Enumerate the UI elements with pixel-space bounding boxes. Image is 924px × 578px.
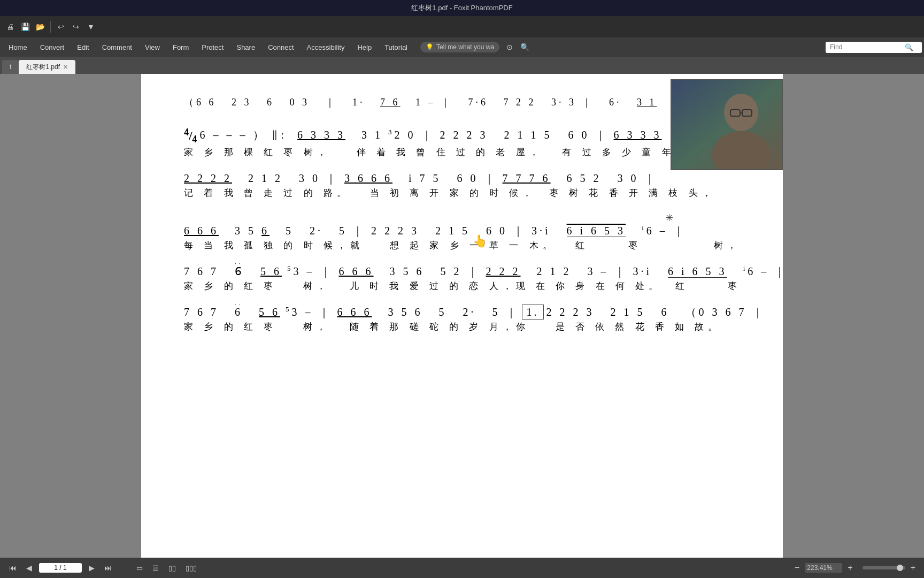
section-5: 7 6 7 6·· 5 6 53 – ｜ 6 6 6 3 5 6 5 2· 5 … [184, 305, 740, 333]
menu-tutorial[interactable]: Tutorial [378, 41, 414, 54]
zoom-control: − + + [792, 562, 918, 574]
zoom-in-btn[interactable]: + [845, 562, 854, 574]
titlebar: 红枣树1.pdf - Foxit PhantomPDF [0, 0, 924, 16]
tell-me-text: Tell me what you wa [436, 43, 494, 51]
toolbar-sep-1 [50, 21, 51, 33]
menubar: Home Convert Edit Comment View Form Prot… [0, 37, 924, 57]
save-icon[interactable]: 💾 [19, 21, 31, 33]
title-text: 红枣树1.pdf - Foxit PhantomPDF [411, 3, 512, 13]
notation-line-3: 6 6 6 3 5 6 5 2· 5 ｜ 2 2 2 3 2 1 5 6 0 ｜… [184, 224, 740, 238]
menu-form[interactable]: Form [166, 41, 195, 54]
next-page-btn[interactable]: ▶ [86, 562, 97, 574]
search-notif-icon[interactable]: 🔍 [519, 41, 530, 53]
notation-top-line: （6 6 2 3 6 0 3 ｜ 1· 7 6 1 – ｜ 7·6 7 2 2 … [184, 95, 740, 116]
menu-accessibility[interactable]: Accessibility [301, 41, 351, 54]
toolbar: 🖨 💾 📂 ↩ ↪ ▼ [0, 16, 924, 37]
spread-btn[interactable]: ▯▯▯ [183, 562, 199, 574]
two-page-btn[interactable]: ▯▯ [166, 562, 179, 574]
tab-close-icon[interactable]: ✕ [63, 64, 68, 71]
open-icon[interactable]: 📂 [34, 21, 46, 33]
section-1: 4/4 6 – – – ） ‖: 6 3 3 3 3 1 32 0 ｜ 2 2 … [184, 127, 740, 159]
section-2: 2 2 2 2 2 1 2 3 0 ｜ 3 6 6 6 i 7 5 6 0 ｜ … [184, 171, 740, 199]
tab-current[interactable]: 红枣树1.pdf ✕ [19, 60, 75, 74]
lyrics-line-3: 每 当 我 孤 独 的 时 候，就 想 起 家 乡 一 草 一 木。 红 枣 树… [184, 239, 740, 252]
menu-view[interactable]: View [138, 41, 166, 54]
print-icon[interactable]: 🖨 [4, 21, 16, 33]
lyrics-line-5: 家 乡 的 红 枣 树， 随 着 那 磋 砣 的 岁 月，你 是 否 依 然 花… [184, 321, 740, 333]
find-search-icon: 🔍 [905, 43, 913, 51]
first-page-btn[interactable]: ⏮ [6, 562, 19, 574]
lyrics-line-4: 家 乡 的 红 枣 树， 儿 时 我 爱 过 的 恋 人，现 在 你 身 在 何… [184, 280, 740, 292]
continuous-btn[interactable]: ☰ [150, 562, 161, 574]
section-3: ✳ 6 6 6 3 5 6 5 2· 5 ｜ 2 2 2 3 2 1 5 6 0… [184, 212, 740, 252]
zoom-max-btn[interactable]: + [908, 562, 918, 574]
notation-line-2: 2 2 2 2 2 1 2 3 0 ｜ 3 6 6 6 i 7 5 6 0 ｜ … [184, 171, 740, 186]
lyrics-line-2: 记 着 我 曾 走 过 的 路。 当 初 离 开 家 的 时 候， 枣 树 花 … [184, 187, 740, 199]
tab-label: t [10, 63, 11, 71]
video-overlay: Yanyan Chen [671, 79, 783, 170]
tab-label-current: 红枣树1.pdf [26, 63, 60, 72]
account-icon[interactable]: ⊙ [504, 41, 515, 53]
notification-area: ⊙ 🔍 [504, 41, 530, 53]
find-input[interactable] [830, 43, 905, 51]
menu-connect[interactable]: Connect [261, 41, 300, 54]
menu-protect[interactable]: Protect [195, 41, 230, 54]
lyrics-line-1: 家 乡 那 棵 红 枣 树， 伴 着 我 曾 住 过 的 老 屋， 有 过 多 … [184, 146, 740, 158]
zoom-slider[interactable] [863, 566, 905, 569]
find-bar[interactable]: 🔍 [826, 42, 922, 53]
main-content: Yanyan Chen （6 6 2 3 6 0 3 ｜ 1· 7 6 1 – … [0, 74, 924, 558]
notation-line-1: 4/4 6 – – – ） ‖: 6 3 3 3 3 1 32 0 ｜ 2 2 … [184, 127, 740, 146]
menu-help[interactable]: Help [351, 41, 378, 54]
single-page-btn[interactable]: ▭ [134, 562, 145, 574]
section-4: 7 6 7 6̈·· 5 6 53 – ｜ 6 6 6 3 5 6 5 2 ｜ … [184, 264, 740, 292]
last-page-btn[interactable]: ⏭ [102, 562, 114, 574]
menu-comment[interactable]: Comment [96, 41, 138, 54]
tell-me-bar[interactable]: 💡 Tell me what you wa [420, 42, 499, 52]
redo-icon[interactable]: ↪ [70, 21, 82, 33]
menu-edit[interactable]: Edit [71, 41, 95, 54]
menu-convert[interactable]: Convert [34, 41, 71, 54]
boxed-measure: 1. [522, 305, 544, 320]
lightbulb-icon: 💡 [426, 43, 434, 51]
menu-home[interactable]: Home [2, 41, 34, 54]
prev-page-btn[interactable]: ◀ [24, 562, 35, 574]
zoom-input[interactable] [805, 563, 842, 573]
notation-line-5: 7 6 7 6·· 5 6 53 – ｜ 6 6 6 3 5 6 5 2· 5 … [184, 305, 740, 320]
zoom-slider-thumb[interactable] [897, 565, 903, 571]
zoom-out-btn[interactable]: − [792, 562, 802, 574]
bottom-toolbar: ⏮ ◀ ▶ ⏭ ▭ ☰ ▯▯ ▯▯▯ − + + [0, 558, 924, 578]
ornament-symbol: ✳ [665, 212, 740, 224]
menu-share[interactable]: Share [230, 41, 261, 54]
pdf-page: Yanyan Chen （6 6 2 3 6 0 3 ｜ 1· 7 6 1 – … [141, 74, 783, 558]
notation-line-4: 7 6 7 6̈·· 5 6 53 – ｜ 6 6 6 3 5 6 5 2 ｜ … [184, 264, 740, 279]
video-feed: Yanyan Chen [672, 80, 782, 169]
tabs-bar: t 红枣树1.pdf ✕ [0, 57, 924, 74]
page-input[interactable] [39, 563, 82, 573]
customize-icon[interactable]: ▼ [85, 21, 97, 33]
undo-icon[interactable]: ↩ [55, 21, 67, 33]
video-silhouette [672, 80, 783, 170]
tab-previous[interactable]: t [2, 60, 19, 74]
